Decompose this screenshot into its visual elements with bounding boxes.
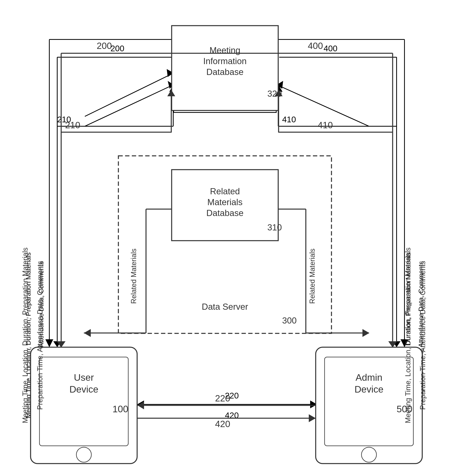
related-db-label-line1: Related bbox=[210, 186, 240, 196]
label-200: 200 bbox=[97, 41, 112, 51]
data-server-id: 300 bbox=[282, 316, 296, 325]
svg-marker-76 bbox=[388, 341, 397, 348]
svg-marker-92 bbox=[137, 401, 144, 409]
admin-device-screen bbox=[325, 357, 413, 446]
architecture-svg: 200 400 210 410 220 420 Meeting Informat… bbox=[0, 0, 454, 476]
svg-marker-88 bbox=[363, 329, 369, 337]
label-410: 410 bbox=[318, 120, 333, 130]
left-inner-vertical-label: Preparation Time, Attendance Data, Comme… bbox=[36, 261, 44, 410]
user-device-home-btn bbox=[76, 447, 91, 462]
label-220: 220 bbox=[215, 393, 230, 403]
right-inner-vertical-label: Meeting Time, Location, Duration, Prepar… bbox=[404, 248, 412, 423]
meeting-db-label-line3: Database bbox=[206, 67, 243, 77]
user-device-label-line1: User bbox=[74, 372, 94, 383]
label-420: 420 bbox=[215, 419, 230, 429]
svg-marker-74 bbox=[57, 341, 66, 348]
admin-device-label-line1: Admin bbox=[356, 372, 382, 383]
left-outer-vertical-label: Meeting Time, Location, Duration, Prepar… bbox=[21, 248, 29, 423]
related-db-label-line3: Database bbox=[206, 208, 243, 218]
related-db-id: 310 bbox=[267, 223, 282, 232]
meeting-db-label-line2: Information bbox=[203, 56, 247, 66]
user-device-id: 100 bbox=[113, 404, 128, 414]
admin-device-home-btn bbox=[362, 447, 377, 462]
main-diagram: 200 400 210 410 220 420 Meeting Informat… bbox=[0, 0, 454, 476]
related-db-label-line2: Materials bbox=[207, 197, 243, 207]
right-outer-vertical-label: Preparation Time, Attendance Data, Comme… bbox=[419, 261, 427, 410]
user-device-screen bbox=[39, 357, 128, 446]
meeting-db-id: 320 bbox=[267, 89, 282, 98]
label-400: 400 bbox=[308, 41, 323, 51]
left-related-materials-label: Related Materials bbox=[130, 249, 138, 304]
svg-marker-94 bbox=[309, 414, 316, 422]
data-server-label: Data Server bbox=[202, 302, 248, 311]
right-related-materials-label: Related Materials bbox=[308, 249, 316, 304]
label-210: 210 bbox=[65, 120, 80, 130]
admin-device-label-line2: Device bbox=[355, 384, 384, 394]
svg-marker-85 bbox=[84, 329, 91, 337]
meeting-db-label-line1: Meeting bbox=[210, 45, 241, 55]
user-device-label-line2: Device bbox=[69, 384, 98, 394]
